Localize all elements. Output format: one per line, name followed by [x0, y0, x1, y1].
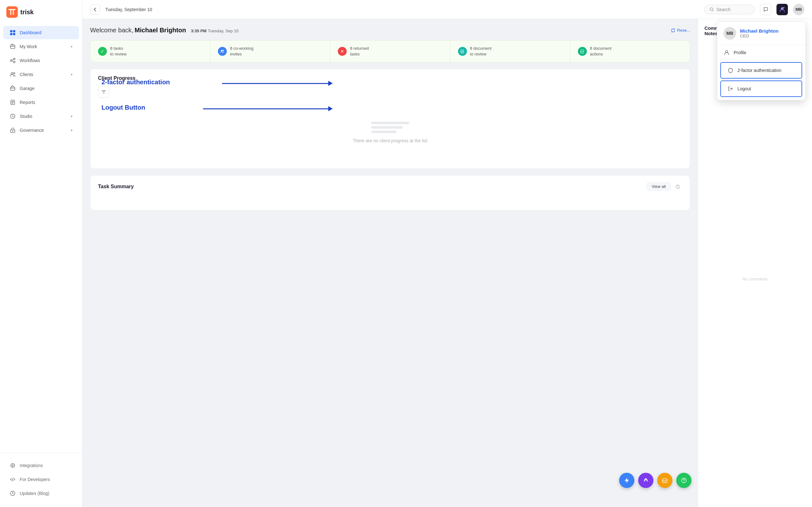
dropdown-2fa-label: 2-factor authentication — [738, 68, 781, 73]
stat-doc-actions-text: 0 documentactions — [590, 46, 612, 57]
svg-rect-5 — [10, 45, 15, 49]
sidebar-item-label: Workflows — [20, 58, 40, 63]
user-name-text: Michael Brighton — [135, 26, 186, 34]
ai-avatar-button[interactable] — [776, 4, 788, 15]
garage-icon — [9, 85, 16, 92]
chevron-down-icon: ▾ — [71, 72, 72, 77]
client-progress-card: Client Progress There are no client prog… — [90, 69, 690, 169]
svg-point-9 — [11, 72, 13, 74]
reset-button[interactable]: Rese... — [671, 28, 690, 33]
sidebar-item-workflows[interactable]: Workflows — [3, 54, 79, 67]
dropdown-user-name: Michael Brighton — [740, 28, 779, 34]
client-progress-title: Client Progress — [98, 75, 136, 81]
x-icon: ✕ — [338, 47, 347, 56]
filter-button[interactable] — [98, 86, 109, 98]
stat-doc-actions: 0 documentactions — [570, 41, 690, 62]
svg-point-10 — [14, 72, 15, 74]
stat-returned: ✕ 0 returnedtasks — [330, 41, 450, 62]
logo[interactable]: trisk — [0, 0, 82, 23]
stats-bar: ✓ 0 tasksto review 0 co-workinginvites ✕ — [90, 40, 690, 62]
sidebar-item-label: Garage — [20, 86, 35, 91]
dropdown-avatar: MB — [723, 27, 736, 40]
sidebar: trisk Dashboard My Work ▾ Workflows — [0, 0, 83, 507]
task-summary-content — [90, 198, 690, 210]
back-button[interactable] — [90, 4, 100, 14]
dashboard-icon — [9, 30, 16, 36]
day-text: Tuesday, Sep 10 — [208, 29, 239, 33]
for-developers-icon — [9, 476, 16, 483]
sidebar-item-studio[interactable]: Studio ▾ — [3, 110, 79, 123]
client-progress-header: Client Progress — [90, 69, 690, 86]
refresh-button[interactable] — [673, 182, 682, 191]
task-summary-title: Task Summary — [98, 184, 134, 189]
sidebar-item-garage[interactable]: Garage — [3, 82, 79, 95]
svg-rect-3 — [10, 33, 12, 35]
sidebar-item-governance[interactable]: Governance ▾ — [3, 124, 79, 137]
doc-icon — [458, 47, 467, 56]
studio-icon — [9, 113, 16, 119]
user-badge-button[interactable]: MB — [793, 4, 804, 15]
reset-label: Rese... — [677, 28, 690, 33]
chevron-down-icon: ▾ — [71, 114, 72, 118]
task-summary-header: Task Summary View all — [90, 176, 690, 198]
fab-rocket-button[interactable] — [638, 473, 653, 488]
fab-bolt-button[interactable] — [619, 473, 635, 488]
sidebar-item-label: Governance — [20, 128, 44, 133]
sidebar-item-updates-blog[interactable]: Updates (Blog) — [3, 487, 79, 500]
stat-returned-text: 0 returnedtasks — [350, 46, 368, 57]
stat-doc-review: 0 documentto review — [450, 41, 570, 62]
clients-icon — [9, 71, 16, 78]
greeting-text: Welcome back, — [90, 26, 133, 34]
header-date: Tuesday, September 10 — [105, 7, 699, 12]
fab-inbox-button[interactable] — [657, 473, 672, 488]
logo-text: trisk — [20, 9, 34, 16]
fab-container — [619, 473, 692, 488]
stat-tasks: ✓ 0 tasksto review — [90, 41, 210, 62]
dropdown-user-role: CEO — [740, 34, 779, 38]
search-icon — [710, 7, 714, 12]
stat-doc-review-text: 0 documentto review — [470, 46, 492, 57]
empty-line-2 — [371, 126, 403, 129]
shield-icon — [727, 67, 734, 73]
view-all-button[interactable]: View all — [647, 182, 671, 191]
chevron-down-icon: ▾ — [71, 128, 72, 132]
sidebar-item-reports[interactable]: Reports — [3, 96, 79, 109]
sidebar-item-label: Reports — [20, 100, 35, 105]
empty-line-3 — [371, 130, 397, 133]
people-icon — [218, 47, 227, 56]
chat-button[interactable] — [760, 4, 771, 15]
sidebar-item-clients[interactable]: Clients ▾ — [3, 68, 79, 81]
logout-icon — [727, 86, 734, 92]
dropdown-profile-item[interactable]: Profile — [717, 45, 805, 60]
sidebar-bottom: Integrations For Developers Updates (Blo… — [0, 453, 82, 507]
task-summary-card: Task Summary View all — [90, 175, 690, 210]
user-initials: MB — [796, 7, 802, 12]
stat-coworking-text: 0 co-workinginvites — [230, 46, 253, 57]
content-main: Welcome back, Michael Brighton 3:35 PM T… — [83, 19, 698, 507]
user-dropdown: MB Michael Brighton CEO Profile 2-factor… — [717, 21, 806, 101]
fab-help-button[interactable] — [676, 473, 692, 488]
search-placeholder: Search — [716, 7, 730, 12]
reports-icon — [9, 99, 16, 106]
dropdown-logout-item[interactable]: Logout — [721, 81, 802, 96]
dropdown-user-info: Michael Brighton CEO — [740, 28, 779, 38]
svg-point-27 — [683, 482, 684, 482]
integrations-icon — [9, 462, 16, 469]
dropdown-logout-label: Logout — [738, 86, 751, 91]
sidebar-item-integrations[interactable]: Integrations — [3, 459, 79, 472]
workflows-icon — [9, 57, 16, 64]
svg-point-20 — [221, 50, 223, 52]
right-panel-empty: No comments — [705, 41, 806, 507]
sidebar-item-my-work[interactable]: My Work ▾ — [3, 40, 79, 53]
svg-point-24 — [645, 480, 647, 481]
sidebar-item-for-developers[interactable]: For Developers — [3, 473, 79, 486]
person-icon — [723, 49, 730, 56]
sidebar-item-label: For Developers — [20, 477, 50, 482]
doc-check-icon — [578, 47, 587, 56]
sidebar-item-dashboard[interactable]: Dashboard — [3, 26, 79, 39]
svg-point-15 — [12, 131, 13, 132]
search-bar[interactable]: Search — [704, 5, 755, 14]
dropdown-2fa-item[interactable]: 2-factor authentication — [721, 63, 802, 78]
svg-point-8 — [14, 61, 15, 63]
main: Tuesday, September 10 Search MB Welcome … — [83, 0, 812, 507]
